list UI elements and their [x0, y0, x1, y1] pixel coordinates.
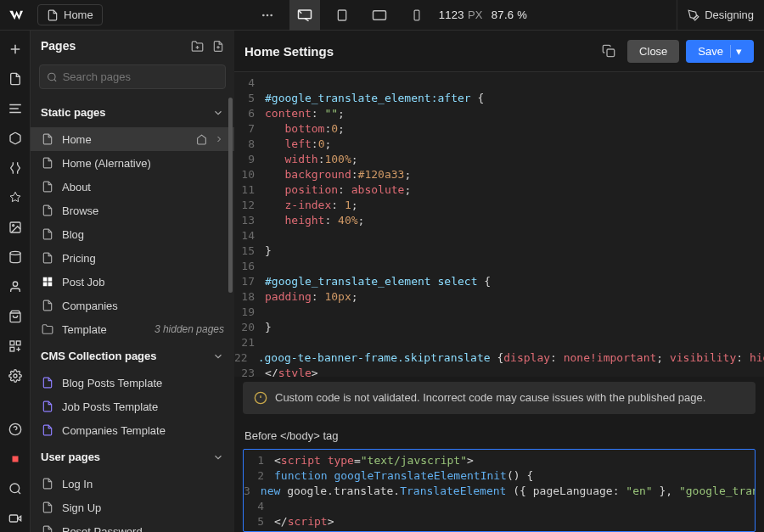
- head-code-editor[interactable]: 45#google_translate_element:after {6cont…: [234, 72, 764, 377]
- mobile-icon[interactable]: [402, 0, 432, 31]
- before-body-label: Before </body> tag: [234, 419, 764, 449]
- search-pages-input[interactable]: [39, 64, 226, 89]
- new-page-icon[interactable]: [212, 40, 224, 53]
- page-item-label: Home: [62, 133, 92, 146]
- navigator-icon[interactable]: [2, 95, 29, 122]
- warning-icon: [253, 390, 268, 406]
- section-head[interactable]: User pages: [31, 442, 234, 472]
- canvas-size-display[interactable]: 1123PX87.6 %: [439, 8, 527, 21]
- svg-rect-16: [12, 456, 18, 462]
- search-rail-icon[interactable]: [2, 475, 29, 502]
- section-head[interactable]: Static pages: [31, 98, 234, 127]
- chevron-down-icon: [212, 451, 224, 463]
- svg-point-14: [14, 374, 17, 378]
- svg-rect-13: [10, 347, 14, 351]
- svg-point-17: [10, 484, 20, 493]
- page-item-label: Companies: [62, 300, 118, 312]
- variables-icon[interactable]: [2, 154, 29, 182]
- page-item[interactable]: Job Posts Template: [31, 395, 234, 418]
- page-item-label: Post Job: [62, 276, 105, 288]
- tablet-icon[interactable]: [327, 0, 357, 31]
- page-item-label: Template: [62, 323, 107, 336]
- pages-panel-title: Pages: [41, 39, 76, 53]
- cms-icon[interactable]: [2, 244, 29, 271]
- page-icon: [41, 299, 54, 312]
- page-item[interactable]: About: [31, 175, 234, 199]
- section-head[interactable]: CMS Collection pages: [31, 341, 234, 371]
- new-folder-icon[interactable]: [191, 40, 204, 53]
- page-item[interactable]: Companies: [31, 294, 234, 317]
- search-pages-field[interactable]: [63, 70, 218, 83]
- svg-rect-4: [338, 10, 345, 20]
- page-item-label: Browse: [62, 204, 98, 217]
- svg-rect-6: [414, 10, 419, 20]
- page-item[interactable]: Template3 hidden pages: [31, 317, 234, 341]
- page-icon: [41, 275, 54, 288]
- save-button[interactable]: Save▾: [686, 40, 754, 63]
- page-icon: [41, 322, 54, 336]
- svg-point-1: [266, 14, 268, 16]
- record-icon[interactable]: [2, 445, 29, 473]
- help-icon[interactable]: [2, 416, 29, 443]
- page-icon: [41, 400, 54, 413]
- page-item[interactable]: Home: [31, 127, 234, 151]
- breadcrumb-label: Home: [64, 8, 93, 21]
- page-icon: [41, 376, 54, 389]
- chevron-down-icon[interactable]: ▾: [730, 45, 742, 58]
- page-item-label: Pricing: [62, 252, 96, 265]
- close-button[interactable]: Close: [627, 40, 679, 63]
- chevron-down-icon: [212, 107, 224, 119]
- desktop-base-icon[interactable]: [289, 0, 320, 31]
- page-item-label: Reset Password: [62, 525, 143, 533]
- page-item[interactable]: Post Job: [31, 270, 234, 294]
- settings-rail-icon[interactable]: [2, 362, 29, 389]
- copy-icon[interactable]: [597, 39, 621, 63]
- page-icon: [41, 251, 54, 265]
- breadcrumb-page-button[interactable]: Home: [37, 4, 103, 25]
- page-item[interactable]: Blog: [31, 222, 234, 246]
- svg-rect-11: [10, 341, 14, 345]
- assets-icon[interactable]: [2, 214, 29, 241]
- styles-icon[interactable]: [2, 184, 29, 211]
- page-item-label: Sign Up: [62, 501, 101, 514]
- page-icon: [41, 204, 54, 217]
- page-item[interactable]: Log In: [31, 472, 234, 496]
- code-warning-banner: Custom code is not validated. Incorrect …: [243, 382, 756, 414]
- webflow-logo[interactable]: [0, 0, 31, 31]
- svg-rect-18: [9, 515, 17, 522]
- more-icon[interactable]: [252, 0, 283, 31]
- svg-rect-5: [373, 10, 385, 20]
- page-item[interactable]: Browse: [31, 199, 234, 222]
- svg-rect-12: [16, 341, 20, 345]
- page-icon: [41, 423, 54, 437]
- svg-point-0: [262, 14, 265, 16]
- svg-point-2: [270, 14, 272, 16]
- add-element-icon[interactable]: [2, 36, 29, 63]
- ecommerce-icon[interactable]: [2, 303, 29, 330]
- hidden-pages-note: 3 hidden pages: [154, 323, 224, 335]
- pages-icon[interactable]: [2, 65, 29, 92]
- page-item[interactable]: Home (Alernative): [31, 151, 234, 175]
- landscape-icon[interactable]: [364, 0, 395, 31]
- page-item-label: About: [62, 181, 91, 193]
- page-item[interactable]: Companies Template: [31, 418, 234, 442]
- svg-rect-20: [607, 49, 615, 57]
- users-icon[interactable]: [2, 273, 29, 300]
- page-item[interactable]: Reset Password: [31, 519, 234, 532]
- page-icon: [41, 227, 54, 241]
- page-item-label: Job Posts Template: [62, 400, 158, 413]
- page-icon: [41, 501, 54, 514]
- page-item-label: Blog Posts Template: [62, 377, 162, 389]
- chevron-right-icon: [214, 134, 224, 145]
- page-item-label: Home (Alernative): [62, 157, 151, 170]
- apps-icon[interactable]: [2, 333, 29, 360]
- designing-mode-button[interactable]: Designing: [677, 0, 764, 31]
- video-icon[interactable]: [2, 505, 29, 532]
- page-icon: [41, 477, 54, 490]
- page-item[interactable]: Sign Up: [31, 496, 234, 519]
- body-code-editor[interactable]: 1<script type="text/javscript">2function…: [243, 449, 756, 532]
- page-icon: [41, 132, 54, 146]
- components-icon[interactable]: [2, 125, 29, 152]
- page-item[interactable]: Pricing: [31, 246, 234, 270]
- page-item[interactable]: Blog Posts Template: [31, 371, 234, 395]
